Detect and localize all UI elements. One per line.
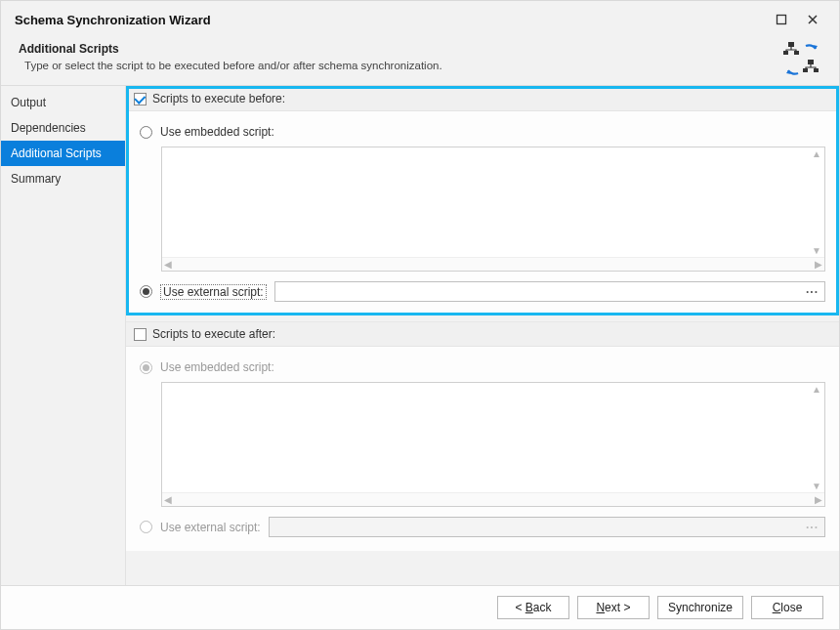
sidebar-item-label: Additional Scripts: [11, 147, 102, 160]
browse-icon: ···: [806, 521, 819, 534]
section-scripts-after: Scripts to execute after: Use embedded s…: [126, 321, 839, 551]
scrollbar-vertical: ▲ ▼: [812, 384, 823, 491]
close-wizard-button[interactable]: Close: [751, 596, 823, 619]
svg-rect-0: [777, 16, 786, 24]
scroll-up-icon: ▲: [812, 384, 823, 395]
section-before-label: Scripts to execute before:: [152, 92, 285, 105]
header: Schema Synchronization Wizard Additional…: [1, 1, 839, 86]
scroll-down-icon: ▼: [812, 245, 823, 256]
scroll-left-icon: ◀: [164, 259, 172, 270]
sidebar-item-summary[interactable]: Summary: [1, 166, 125, 191]
checkbox-scripts-after[interactable]: [134, 328, 147, 341]
after-embedded-script-area: ▲ ▼ ◀ ▶: [161, 382, 825, 507]
titlebar: Schema Synchronization Wizard: [15, 9, 825, 30]
scrollbar-horizontal[interactable]: ◀ ▶: [162, 257, 824, 271]
content: Scripts to execute before: Use embedded …: [126, 86, 839, 585]
synchronize-label: Synchronize: [668, 601, 733, 614]
close-button[interactable]: [806, 13, 819, 26]
window-buttons: [775, 13, 825, 26]
radio-row-before-embedded: Use embedded script:: [140, 125, 825, 139]
section-before-body: Use embedded script: ▲ ▼ ◀ ▶: [126, 111, 839, 315]
svg-rect-4: [808, 60, 814, 64]
scrollbar-vertical[interactable]: ▲ ▼: [812, 148, 823, 256]
radio-before-embedded[interactable]: [140, 126, 152, 139]
svg-rect-3: [794, 51, 799, 55]
svg-rect-1: [788, 42, 794, 47]
next-button[interactable]: Next >: [577, 596, 650, 619]
radio-after-external: [140, 521, 152, 533]
radio-before-external-label: Use external script:: [160, 284, 267, 300]
svg-rect-6: [814, 68, 819, 72]
svg-rect-2: [783, 51, 788, 55]
footer: < Back Next > Synchronize Close: [1, 585, 839, 629]
radio-after-embedded: [140, 361, 152, 374]
scrollbar-horizontal: ◀ ▶: [162, 492, 824, 506]
page-subtitle: Additional Scripts: [19, 42, 825, 56]
sidebar-item-output[interactable]: Output: [1, 90, 125, 115]
section-after-label: Scripts to execute after:: [152, 327, 275, 341]
sidebar-item-label: Summary: [11, 172, 61, 186]
sidebar-item-dependencies[interactable]: Dependencies: [1, 115, 125, 141]
before-external-script-input[interactable]: ···: [274, 281, 825, 302]
sidebar-item-label: Output: [11, 96, 46, 109]
sync-schema-icon: [782, 40, 821, 79]
radio-before-external[interactable]: [140, 285, 152, 298]
sidebar-item-additional-scripts[interactable]: Additional Scripts: [1, 141, 125, 166]
window-title: Schema Synchronization Wizard: [15, 13, 211, 27]
radio-before-embedded-label: Use embedded script:: [160, 125, 274, 139]
section-before-header: Scripts to execute before:: [126, 87, 839, 111]
radio-after-embedded-label: Use embedded script:: [160, 360, 274, 374]
scroll-left-icon: ◀: [164, 494, 172, 505]
sidebar: Output Dependencies Additional Scripts S…: [1, 86, 126, 585]
svg-rect-5: [803, 68, 808, 72]
scroll-right-icon: ▶: [815, 259, 822, 270]
maximize-button[interactable]: [775, 13, 788, 26]
sidebar-item-label: Dependencies: [11, 121, 86, 135]
before-embedded-script-area[interactable]: ▲ ▼ ◀ ▶: [161, 147, 825, 272]
scroll-down-icon: ▼: [812, 481, 823, 491]
section-scripts-before: Scripts to execute before: Use embedded …: [126, 86, 839, 315]
radio-row-after-embedded: Use embedded script:: [140, 360, 825, 374]
wizard-window: Schema Synchronization Wizard Additional…: [0, 0, 840, 630]
section-after-header: Scripts to execute after:: [126, 322, 839, 347]
row-after-external: Use external script: ···: [140, 517, 825, 537]
after-external-script-input: ···: [269, 517, 825, 537]
page-description: Type or select the script to be executed…: [24, 60, 825, 71]
section-after-body: Use embedded script: ▲ ▼ ◀ ▶: [126, 347, 839, 551]
row-before-external: Use external script: ···: [140, 281, 825, 302]
scroll-up-icon: ▲: [812, 148, 823, 159]
back-button[interactable]: < Back: [497, 596, 569, 619]
body: Output Dependencies Additional Scripts S…: [1, 86, 839, 585]
checkbox-scripts-before[interactable]: [134, 93, 147, 105]
scroll-right-icon: ▶: [815, 494, 822, 505]
browse-icon[interactable]: ···: [806, 285, 819, 299]
radio-after-external-label: Use external script:: [160, 521, 261, 534]
synchronize-button[interactable]: Synchronize: [657, 596, 743, 619]
